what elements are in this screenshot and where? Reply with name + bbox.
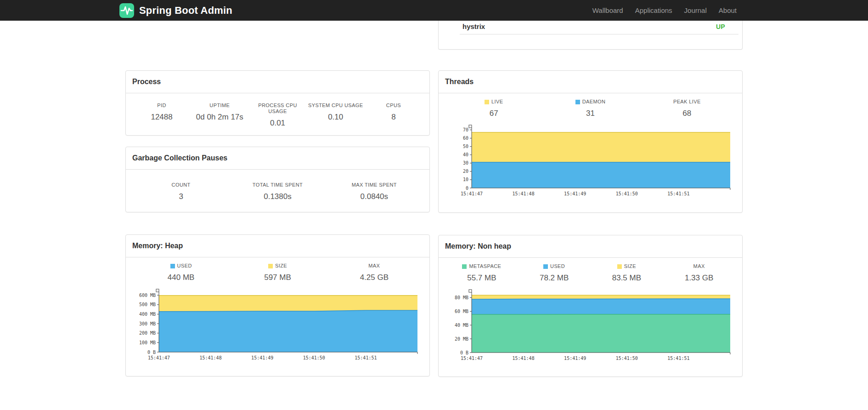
- left-column: Process PID 12488 UPTIME 0d 0h 2m 17s PR…: [125, 21, 430, 377]
- stat-label: CPUS: [386, 102, 401, 108]
- svg-text:15:41:47: 15:41:47: [461, 356, 483, 361]
- stat-nonheap-size: SIZE 83.5 MB: [591, 263, 663, 283]
- stat-uptime: UPTIME 0d 0h 2m 17s: [191, 102, 248, 122]
- stat-label: PEAK LIVE: [673, 99, 701, 105]
- navbar: Spring Boot Admin Wallboard Applications…: [0, 0, 868, 21]
- stat-value: 0.01: [248, 119, 306, 128]
- stat-nonheap-max: MAX 1.33 GB: [663, 263, 735, 283]
- svg-text:80 MB: 80 MB: [455, 295, 468, 300]
- stat-label: PROCESS CPU USAGE: [248, 102, 306, 114]
- svg-text:15:41:49: 15:41:49: [564, 356, 586, 361]
- svg-text:40: 40: [463, 152, 468, 157]
- stat-label: TOTAL TIME SPENT: [253, 182, 303, 188]
- process-panel-body: PID 12488 UPTIME 0d 0h 2m 17s PROCESS CP…: [126, 93, 429, 135]
- nav-item-journal[interactable]: Journal: [678, 6, 713, 14]
- svg-text:15:41:50: 15:41:50: [616, 191, 638, 196]
- stat-heap-size: SIZE 597 MB: [229, 263, 326, 282]
- svg-text:0: 0: [466, 186, 468, 191]
- memory-heap-panel: Memory: Heap USED 440 MB SIZE 597 MB MAX: [125, 234, 430, 376]
- stat-label: PID: [157, 102, 166, 108]
- svg-text:60: 60: [463, 136, 468, 141]
- stat-label: DAEMON: [582, 99, 606, 105]
- memory-heap-panel-title: Memory: Heap: [126, 235, 429, 257]
- svg-text:15:41:50: 15:41:50: [616, 356, 638, 361]
- stat-heap-used: USED 440 MB: [133, 263, 229, 282]
- health-panel-partial: hystrix UP: [438, 21, 743, 50]
- svg-text:15:41:50: 15:41:50: [303, 355, 325, 360]
- nav-item-applications[interactable]: Applications: [629, 6, 678, 14]
- memory-nonheap-panel-title: Memory: Non heap: [439, 235, 742, 258]
- threads-panel-body: LIVE 67 DAEMON 31 PEAK LIVE 68 010203040…: [439, 93, 742, 212]
- stat-label: COUNT: [172, 182, 191, 188]
- stat-threads-live: LIVE 67: [445, 99, 542, 118]
- live-legend-swatch: [485, 100, 489, 104]
- svg-text:15:41:51: 15:41:51: [667, 191, 689, 196]
- stat-gc-total-time: TOTAL TIME SPENT 0.1380s: [229, 182, 326, 201]
- stat-label: SYSTEM CPU USAGE: [308, 102, 363, 108]
- stat-value: 68: [639, 109, 735, 118]
- nav-item-about[interactable]: About: [713, 6, 743, 14]
- process-panel-title: Process: [126, 71, 429, 93]
- stat-cpus: CPUS 8: [365, 102, 423, 122]
- nav-links: Wallboard Applications Journal About: [586, 6, 743, 14]
- memory-heap-panel-body: USED 440 MB SIZE 597 MB MAX 4.25 GB 0 B1…: [126, 257, 429, 376]
- stat-value: 78.2 MB: [518, 273, 591, 283]
- stat-process-cpu-usage: PROCESS CPU USAGE 0.01: [248, 102, 306, 128]
- svg-text:0 B: 0 B: [147, 350, 156, 355]
- gc-pauses-panel-title: Garbage Collection Pauses: [126, 147, 429, 170]
- memory-nonheap-panel: Memory: Non heap METASPACE 55.7 MB USED …: [438, 235, 743, 377]
- stat-nonheap-used: USED 78.2 MB: [518, 263, 591, 283]
- svg-text:15:41:48: 15:41:48: [200, 355, 222, 360]
- used-legend-swatch: [170, 264, 175, 268]
- stat-label: SIZE: [275, 263, 287, 269]
- svg-text:30: 30: [463, 160, 468, 165]
- brand[interactable]: Spring Boot Admin: [119, 3, 232, 18]
- svg-text:15:41:48: 15:41:48: [513, 356, 535, 361]
- svg-text:50: 50: [463, 144, 468, 149]
- svg-text:20: 20: [463, 169, 468, 174]
- threads-chart: 01020304050607015:41:4715:41:4815:41:491…: [445, 123, 735, 201]
- svg-text:15:41:48: 15:41:48: [513, 191, 535, 196]
- stat-label: SIZE: [624, 263, 636, 269]
- svg-text:300 MB: 300 MB: [139, 321, 156, 326]
- stat-nonheap-metaspace: METASPACE 55.7 MB: [445, 263, 518, 283]
- stat-label: METASPACE: [469, 263, 501, 269]
- brand-title: Spring Boot Admin: [139, 5, 232, 17]
- svg-text:40 MB: 40 MB: [455, 323, 468, 328]
- svg-text:15:41:51: 15:41:51: [355, 355, 377, 360]
- stat-label: MAX: [368, 263, 380, 269]
- gc-pauses-panel-body: COUNT 3 TOTAL TIME SPENT 0.1380s MAX TIM…: [126, 170, 429, 212]
- stat-value: 67: [445, 109, 542, 118]
- nav-item-wallboard[interactable]: Wallboard: [586, 6, 629, 14]
- navbar-inner: Spring Boot Admin Wallboard Applications…: [125, 0, 743, 21]
- spring-boot-admin-logo-icon: [119, 3, 135, 18]
- stat-value: 4.25 GB: [326, 273, 423, 282]
- health-item-name: hystrix: [462, 23, 485, 30]
- stat-value: 0d 0h 2m 17s: [191, 113, 248, 122]
- main-content: Process PID 12488 UPTIME 0d 0h 2m 17s PR…: [0, 21, 868, 377]
- svg-text:500 MB: 500 MB: [139, 302, 156, 307]
- stat-threads-daemon: DAEMON 31: [542, 99, 638, 118]
- process-panel: Process PID 12488 UPTIME 0d 0h 2m 17s PR…: [125, 70, 430, 136]
- svg-text:0 B: 0 B: [460, 350, 468, 355]
- stat-label: USED: [177, 263, 192, 269]
- svg-text:15:41:51: 15:41:51: [667, 356, 689, 361]
- svg-text:600 MB: 600 MB: [139, 293, 156, 298]
- stat-value: 0.0840s: [326, 192, 423, 201]
- stat-system-cpu-usage: SYSTEM CPU USAGE 0.10: [307, 102, 365, 122]
- stat-label: UPTIME: [209, 102, 230, 108]
- stat-value: 440 MB: [133, 273, 229, 282]
- gc-pauses-panel: Garbage Collection Pauses COUNT 3 TOTAL …: [125, 147, 430, 212]
- metaspace-legend-swatch: [462, 264, 467, 269]
- size-legend-swatch: [268, 264, 273, 268]
- memory-heap-chart: 0 B100 MB200 MB300 MB400 MB500 MB600 MB1…: [133, 287, 423, 365]
- stat-label: MAX TIME SPENT: [352, 182, 397, 188]
- size-legend-swatch: [617, 264, 622, 269]
- threads-panel-title: Threads: [439, 71, 742, 93]
- svg-text:15:41:47: 15:41:47: [148, 355, 170, 360]
- stat-threads-peak-live: PEAK LIVE 68: [639, 99, 735, 118]
- svg-text:15:41:49: 15:41:49: [564, 191, 586, 196]
- stat-value: 31: [542, 109, 638, 118]
- memory-nonheap-chart: 0 B20 MB40 MB60 MB80 MB15:41:4715:41:481…: [445, 287, 735, 365]
- stat-pid: PID 12488: [133, 102, 191, 122]
